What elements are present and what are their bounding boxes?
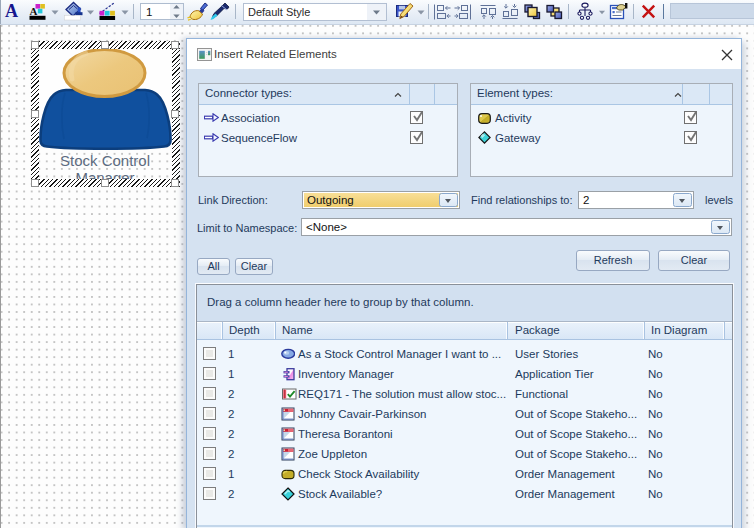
svg-text:1: 1 bbox=[146, 6, 152, 18]
svg-text:Default Style: Default Style bbox=[248, 6, 310, 18]
svg-text:A: A bbox=[5, 1, 18, 21]
